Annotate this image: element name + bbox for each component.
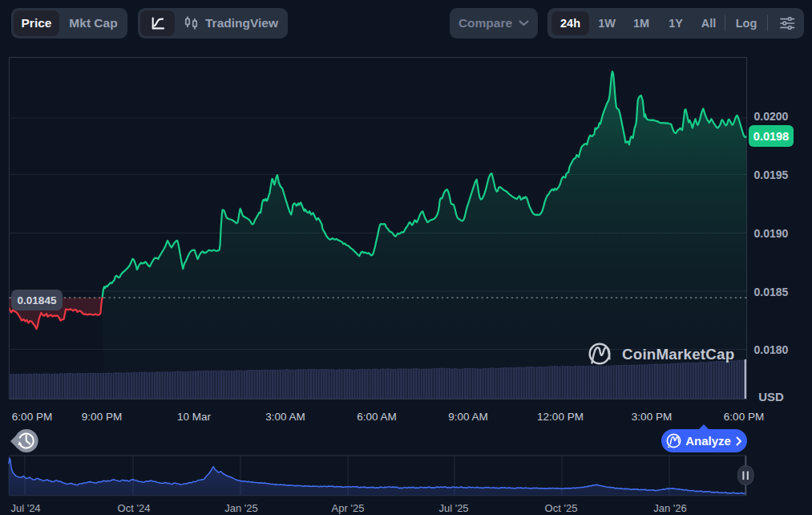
svg-text:CoinMarketCap: CoinMarketCap	[622, 346, 734, 363]
